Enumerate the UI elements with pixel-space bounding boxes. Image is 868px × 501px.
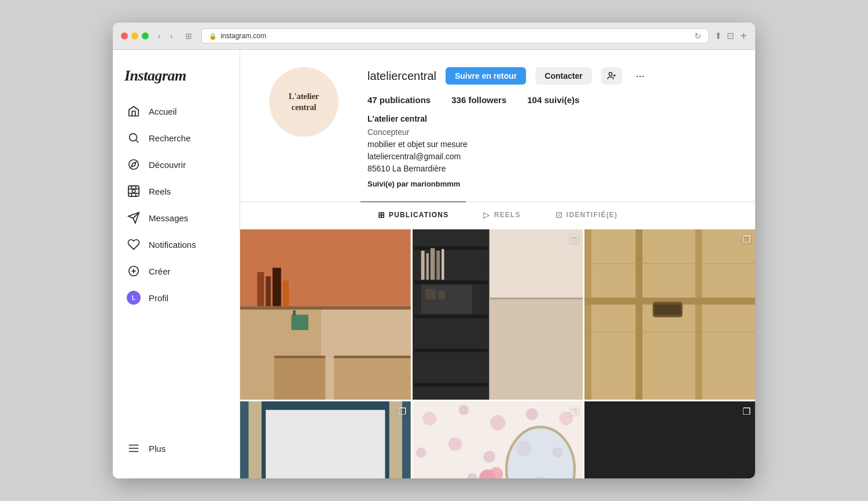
sidebar-item-reels[interactable]: Reels bbox=[120, 178, 233, 204]
sidebar-item-creer[interactable]: Créer bbox=[120, 258, 233, 284]
avatar: L'ateliercentral bbox=[269, 67, 339, 137]
svg-rect-30 bbox=[334, 357, 411, 400]
more-options-button[interactable]: ··· bbox=[631, 68, 649, 85]
sidebar-item-plus[interactable]: Plus bbox=[120, 436, 233, 461]
maximize-button[interactable] bbox=[142, 32, 149, 39]
app-logo: Instagram bbox=[113, 61, 240, 98]
sidebar-label-notifications: Notifications bbox=[149, 240, 196, 250]
search-icon bbox=[127, 131, 141, 145]
bio-name: L'atelier central bbox=[367, 113, 732, 125]
app-container: Instagram Accueil Recherche bbox=[113, 50, 755, 478]
heart-icon bbox=[127, 237, 141, 251]
bookmark-button[interactable]: ⊡ bbox=[727, 31, 734, 41]
tab-publications-label: PUBLICATIONS bbox=[389, 211, 449, 219]
url-text: instagram.com bbox=[220, 32, 266, 40]
sidebar: Instagram Accueil Recherche bbox=[113, 50, 240, 478]
profile-avatar-wrapper: L'ateliercentral bbox=[269, 67, 339, 137]
svg-rect-50 bbox=[489, 297, 583, 400]
back-button[interactable]: ‹ bbox=[155, 30, 164, 42]
stat-following[interactable]: 104 suivi(e)s bbox=[527, 95, 579, 105]
svg-rect-37 bbox=[414, 246, 488, 250]
tab-publications[interactable]: ⊞ PUBLICATIONS bbox=[361, 202, 466, 228]
svg-point-81 bbox=[490, 415, 506, 431]
svg-point-79 bbox=[422, 412, 436, 426]
tab-reels[interactable]: ▷ REELS bbox=[466, 202, 538, 228]
sidebar-label-profil: Profil bbox=[149, 293, 168, 303]
photo-cell-5[interactable]: ❐ bbox=[413, 401, 583, 478]
main-content: L'ateliercentral lateliercentral Suivre … bbox=[240, 50, 755, 478]
reels-icon bbox=[127, 184, 141, 198]
svg-rect-28 bbox=[283, 280, 289, 306]
share-button[interactable]: ⬆ bbox=[715, 31, 722, 41]
compass-icon bbox=[127, 158, 141, 171]
sidebar-label-messages: Messages bbox=[149, 213, 188, 223]
photo-cell-4[interactable]: ❐ bbox=[240, 401, 411, 478]
sidebar-nav: Accueil Recherche Découvrir bbox=[113, 98, 240, 436]
contact-button[interactable]: Contacter bbox=[535, 67, 591, 85]
photo-cell-6[interactable]: ❐ bbox=[584, 401, 755, 478]
svg-rect-60 bbox=[584, 229, 755, 400]
svg-rect-34 bbox=[293, 310, 295, 315]
profile-tabs: ⊞ PUBLICATIONS ▷ REELS ⊡ IDENTIFIÉ(E) bbox=[240, 202, 755, 228]
minimize-button[interactable] bbox=[131, 32, 138, 39]
tab-identifiee[interactable]: ⊡ IDENTIFIÉ(E) bbox=[538, 202, 635, 228]
close-button[interactable] bbox=[121, 32, 128, 39]
address-bar[interactable]: 🔒 instagram.com ↻ bbox=[201, 28, 709, 43]
sidebar-label-decouvrir: Découvrir bbox=[149, 160, 186, 170]
window-toggle-button[interactable]: ⊞ bbox=[182, 30, 196, 42]
stat-followers[interactable]: 336 followers bbox=[451, 95, 506, 105]
svg-rect-70 bbox=[249, 401, 262, 478]
bio-line3: 85610 La Bernardière bbox=[367, 163, 732, 175]
tab-reels-label: REELS bbox=[494, 211, 521, 219]
multi-photo-icon-4: ❐ bbox=[398, 406, 406, 417]
svg-rect-26 bbox=[266, 276, 271, 306]
svg-point-86 bbox=[483, 451, 495, 463]
svg-point-18 bbox=[609, 72, 612, 75]
svg-rect-4 bbox=[128, 186, 139, 196]
svg-rect-42 bbox=[421, 250, 424, 279]
multi-photo-icon-5: ❐ bbox=[570, 406, 578, 417]
svg-rect-44 bbox=[431, 248, 435, 280]
svg-rect-49 bbox=[438, 291, 445, 299]
svg-rect-43 bbox=[426, 253, 428, 280]
sidebar-label-creer: Créer bbox=[149, 266, 171, 276]
sidebar-item-accueil[interactable]: Accueil bbox=[120, 98, 233, 124]
sidebar-item-notifications[interactable]: Notifications bbox=[120, 232, 233, 257]
photo-cell-2[interactable]: ❐ bbox=[413, 229, 583, 400]
bio-line1: mobilier et objet sur mesure bbox=[367, 138, 732, 151]
svg-rect-45 bbox=[436, 250, 440, 279]
multi-photo-icon-3: ❐ bbox=[742, 234, 751, 245]
svg-point-84 bbox=[416, 448, 426, 458]
tag-icon: ⊡ bbox=[556, 210, 563, 220]
browser-toolbar: ‹ › ⊞ 🔒 instagram.com ↻ ⬆ ⊡ + bbox=[113, 23, 755, 50]
sidebar-item-decouvrir[interactable]: Découvrir bbox=[120, 152, 233, 177]
svg-rect-66 bbox=[266, 410, 385, 478]
svg-rect-48 bbox=[425, 289, 436, 299]
person-add-button[interactable] bbox=[601, 67, 622, 85]
profile-username: lateliercentral bbox=[367, 70, 436, 83]
sidebar-label-reels: Reels bbox=[149, 186, 171, 196]
sidebar-item-recherche[interactable]: Recherche bbox=[120, 125, 233, 151]
svg-point-0 bbox=[130, 134, 137, 141]
multi-photo-icon: ❐ bbox=[570, 234, 578, 245]
bio-line2: lateliercentral@gmail.com bbox=[367, 151, 732, 163]
refresh-button[interactable]: ↻ bbox=[694, 31, 701, 41]
photo-cell-3[interactable]: ❐ bbox=[584, 229, 755, 400]
sidebar-bottom: Plus bbox=[113, 436, 240, 467]
multi-photo-icon-6: ❐ bbox=[742, 406, 751, 417]
svg-rect-39 bbox=[414, 315, 488, 318]
profile-icon: L bbox=[127, 291, 141, 305]
svg-point-85 bbox=[448, 437, 462, 451]
forward-button[interactable]: › bbox=[167, 30, 176, 42]
stat-publications: 47 publications bbox=[367, 95, 431, 105]
follow-button[interactable]: Suivre en retour bbox=[446, 67, 526, 85]
photo-cell-1[interactable] bbox=[240, 229, 411, 400]
bio-role: Concepteur bbox=[367, 126, 732, 138]
svg-rect-46 bbox=[442, 248, 444, 279]
new-tab-button[interactable]: + bbox=[740, 30, 747, 43]
home-icon bbox=[127, 104, 141, 118]
svg-line-1 bbox=[136, 140, 138, 142]
sidebar-item-profil[interactable]: L Profil bbox=[120, 285, 233, 310]
browser-nav-buttons: ‹ › bbox=[155, 30, 176, 42]
sidebar-item-messages[interactable]: Messages bbox=[120, 205, 233, 231]
